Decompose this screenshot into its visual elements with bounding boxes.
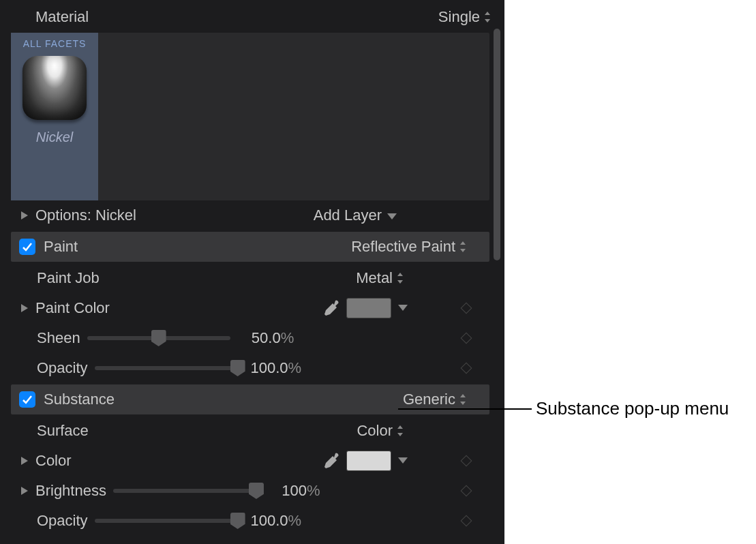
options-row: Options: Nickel Add Layer: [0, 200, 504, 230]
facet-tab-label: ALL FACETS: [23, 38, 87, 49]
brightness-value[interactable]: 100: [266, 482, 307, 500]
substance-opacity-unit: %: [288, 512, 305, 530]
disclosure-icon[interactable]: [19, 487, 30, 495]
facets-area: ALL FACETS Nickel: [11, 33, 489, 200]
substance-section-header: Substance Generic: [11, 384, 489, 414]
paint-opacity-unit: %: [288, 359, 305, 377]
substance-type-value: Generic: [403, 391, 455, 408]
material-type-value: Single: [438, 8, 480, 26]
sheen-slider[interactable]: [87, 336, 230, 340]
callout-label: Substance pop-up menu: [536, 398, 729, 419]
add-layer-popup[interactable]: Add Layer: [314, 207, 397, 224]
brightness-label: Brightness: [35, 482, 106, 500]
color-row: Color: [0, 446, 504, 476]
substance-type-popup[interactable]: Generic: [403, 391, 466, 408]
chevron-down-icon[interactable]: [398, 457, 408, 464]
paint-opacity-slider[interactable]: [95, 366, 238, 370]
updown-icon: [484, 12, 491, 22]
paint-job-value: Metal: [356, 269, 393, 287]
paint-type-popup[interactable]: Reflective Paint: [351, 238, 466, 256]
surface-row: Surface Color: [0, 416, 504, 446]
paint-job-label: Paint Job: [19, 269, 100, 287]
inspector-panel: Material Single ALL FACETS Nickel Option…: [0, 0, 504, 544]
paint-job-row: Paint Job Metal: [0, 263, 504, 293]
sheen-label: Sheen: [19, 329, 80, 347]
disclosure-icon[interactable]: [19, 457, 30, 465]
substance-checkbox[interactable]: [19, 391, 35, 408]
keyframe-icon[interactable]: [461, 303, 472, 314]
paint-label: Paint: [44, 238, 78, 256]
options-label: Options: Nickel: [35, 207, 136, 224]
disclosure-icon[interactable]: [19, 211, 30, 220]
sheen-value[interactable]: 50.0: [240, 329, 281, 347]
material-header-row: Material Single: [0, 3, 504, 33]
material-type-popup[interactable]: Single: [438, 8, 491, 26]
material-preview-thumbnail: [22, 56, 87, 120]
sheen-unit: %: [281, 329, 297, 347]
brightness-slider[interactable]: [113, 489, 256, 493]
brightness-unit: %: [307, 482, 323, 500]
eyedropper-icon[interactable]: [322, 452, 339, 470]
slider-thumb[interactable]: [249, 483, 264, 499]
paint-color-swatch[interactable]: [346, 298, 391, 318]
paint-color-row: Paint Color: [0, 293, 504, 323]
updown-icon: [397, 425, 404, 436]
substance-opacity-label: Opacity: [19, 512, 88, 530]
paint-section-header: Paint Reflective Paint: [11, 232, 489, 262]
surface-label: Surface: [19, 422, 89, 440]
brightness-row: Brightness 100 %: [0, 476, 504, 506]
paint-opacity-label: Opacity: [19, 359, 88, 377]
disclosure-icon[interactable]: [19, 304, 30, 312]
chevron-down-icon: [387, 207, 397, 224]
paint-job-popup[interactable]: Metal: [356, 269, 404, 287]
keyframe-icon[interactable]: [461, 485, 472, 497]
substance-opacity-slider[interactable]: [95, 519, 238, 523]
keyframe-icon[interactable]: [461, 333, 472, 344]
paint-checkbox[interactable]: [19, 239, 35, 255]
slider-thumb[interactable]: [151, 330, 166, 346]
facet-card-all[interactable]: ALL FACETS Nickel: [11, 33, 98, 200]
paint-color-label: Paint Color: [35, 299, 110, 317]
substance-opacity-value[interactable]: 100.0: [247, 512, 288, 530]
material-name: Nickel: [36, 130, 73, 145]
paint-opacity-value[interactable]: 100.0: [247, 359, 288, 377]
slider-thumb[interactable]: [230, 360, 245, 376]
color-swatch[interactable]: [346, 451, 391, 471]
sheen-row: Sheen 50.0 %: [0, 323, 504, 353]
eyedropper-icon[interactable]: [322, 299, 339, 317]
color-label: Color: [35, 452, 72, 470]
surface-popup[interactable]: Color: [357, 422, 404, 440]
updown-icon: [397, 273, 404, 284]
substance-label: Substance: [44, 391, 115, 408]
paint-type-value: Reflective Paint: [351, 238, 455, 256]
updown-icon: [459, 241, 466, 252]
keyframe-icon[interactable]: [461, 455, 472, 467]
updown-icon: [459, 394, 466, 405]
substance-opacity-row: Opacity 100.0 %: [0, 506, 504, 536]
slider-thumb[interactable]: [230, 513, 245, 529]
surface-value: Color: [357, 422, 393, 440]
paint-opacity-row: Opacity 100.0 %: [0, 353, 504, 383]
material-label: Material: [35, 8, 438, 26]
callout-line: [398, 408, 532, 410]
keyframe-icon[interactable]: [461, 363, 472, 374]
add-layer-label: Add Layer: [314, 207, 382, 224]
scrollbar-thumb[interactable]: [494, 29, 500, 260]
keyframe-icon[interactable]: [461, 515, 472, 527]
chevron-down-icon[interactable]: [398, 305, 408, 312]
